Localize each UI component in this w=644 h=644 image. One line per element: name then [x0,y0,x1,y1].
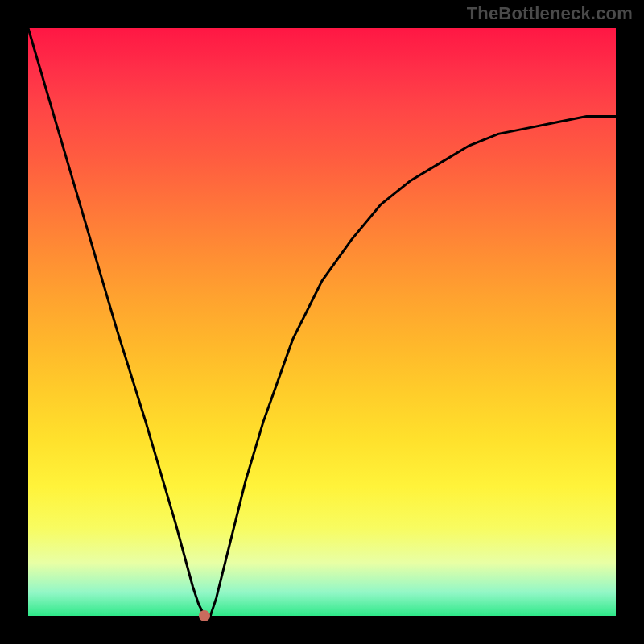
bottleneck-curve [28,28,616,616]
plot-area [28,28,616,616]
curve-svg [28,28,616,616]
watermark-text: TheBottleneck.com [467,3,633,24]
chart-frame: TheBottleneck.com [0,0,644,644]
minimum-marker-dot [199,610,210,621]
